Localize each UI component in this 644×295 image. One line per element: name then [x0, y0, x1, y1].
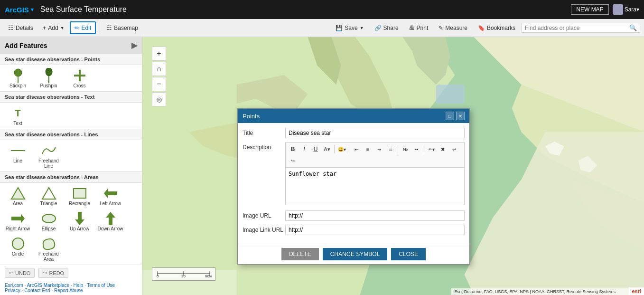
feature-rectangle[interactable]: Rectangle — [66, 186, 93, 206]
feature-triangle[interactable]: Triangle — [36, 186, 62, 206]
points-grid: Stickpin Pushpin Cross — [0, 65, 142, 91]
feature-pushpin[interactable]: Pushpin — [36, 68, 62, 88]
sidebar-resize-handle[interactable] — [140, 37, 142, 295]
description-textarea[interactable]: Sunflower star — [285, 167, 465, 205]
pushpin-label: Pushpin — [40, 83, 57, 88]
user-menu-button[interactable]: Sara▾ — [613, 4, 639, 15]
rte-clear-button[interactable]: ✖ — [438, 144, 448, 154]
rte-bold-button[interactable]: B — [288, 144, 298, 154]
redo-button[interactable]: ↪ REDO — [38, 268, 68, 278]
line-icon — [10, 143, 26, 158]
feature-line[interactable]: Line — [5, 143, 31, 169]
sidebar: Add Features ▶ Sea star disease observat… — [0, 37, 142, 295]
terms-link[interactable]: Terms of Use — [87, 283, 115, 288]
title-label: Title — [243, 128, 285, 136]
rte-ordered-list-button[interactable]: № — [400, 144, 411, 154]
add-dropdown-icon: ▼ — [60, 26, 65, 30]
feature-down-arrow[interactable]: Down Arrow — [97, 211, 123, 231]
delete-button[interactable]: DELETE — [281, 248, 319, 260]
modal-close-button[interactable]: ✕ — [456, 112, 465, 120]
stickpin-icon — [10, 68, 26, 83]
feature-left-arrow[interactable]: Left Arrow — [97, 186, 123, 206]
report-link[interactable]: Report Abuse — [54, 288, 83, 293]
toolbar: ☷ Details + Add ▼ ✏ Edit ☷ Basemap 💾 Sav… — [0, 19, 644, 37]
edit-button[interactable]: ✏ Edit — [70, 21, 96, 34]
feature-up-arrow[interactable]: Up Arrow — [66, 211, 93, 231]
feature-freehand-line[interactable]: Freehand Line — [36, 143, 62, 169]
help-link[interactable]: Help — [74, 283, 84, 288]
feature-area[interactable]: Area — [5, 186, 31, 206]
rte-emoji-button[interactable]: 😀▾ — [336, 144, 347, 154]
rte-sep4 — [424, 145, 424, 153]
feature-right-arrow[interactable]: Right Arrow — [5, 211, 31, 231]
image-link-url-control — [285, 225, 465, 235]
save-icon: 💾 — [336, 25, 343, 31]
feature-cross[interactable]: Cross — [66, 68, 93, 88]
change-symbol-button[interactable]: CHANGE SYMBOL — [323, 248, 388, 260]
rte-font-color-button[interactable]: A▾ — [322, 144, 332, 154]
feature-ellipse[interactable]: Ellipse — [36, 211, 62, 231]
feature-freehand-area[interactable]: Freehand Area — [36, 236, 62, 262]
search-input[interactable] — [525, 25, 629, 31]
title-input[interactable] — [285, 128, 465, 138]
text-grid: T Text — [0, 103, 142, 129]
rte-underline-button[interactable]: U — [310, 144, 321, 154]
image-link-url-input[interactable] — [285, 225, 465, 235]
modal-close-footer-button[interactable]: CLOSE — [391, 248, 426, 260]
modal-minimize-button[interactable]: □ — [446, 112, 454, 120]
sidebar-footer: ↩ UNDO ↪ REDO — [0, 265, 142, 281]
save-button[interactable]: 💾 Save ▼ — [331, 22, 368, 34]
rte-justify-button[interactable]: ≣ — [385, 144, 396, 154]
app-logo[interactable]: ArcGIS ▾ — [5, 6, 34, 14]
map-title: Sea Surface Temperature — [40, 5, 567, 14]
user-avatar — [613, 4, 623, 15]
rte-undo-button[interactable]: ↩ — [449, 144, 459, 154]
measure-icon: ✎ — [439, 25, 443, 31]
details-icon: ☷ — [8, 24, 14, 31]
add-button[interactable]: + Add ▼ — [38, 22, 69, 34]
title-row: Title — [243, 128, 465, 138]
description-control: B I U A▾ 😀▾ ⇤ ≡ ⇥ ≣ — [285, 142, 465, 207]
bookmarks-icon: 🔖 — [478, 25, 485, 31]
feature-stickpin[interactable]: Stickpin — [5, 68, 31, 88]
triangle-icon — [41, 186, 56, 201]
freehand-line-icon — [41, 143, 56, 158]
undo-icon: ↩ — [9, 270, 13, 276]
bookmarks-button[interactable]: 🔖 Bookmarks — [474, 22, 520, 34]
sidebar-collapse-button[interactable]: ▶ — [131, 41, 137, 50]
svg-marker-9 — [104, 189, 117, 198]
rte-link-button[interactable]: ✏▾ — [426, 144, 437, 154]
map-area[interactable]: + ⌂ − ◎ 0 30 60km Esri, DeLorme, FAO, US… — [142, 37, 644, 295]
rte-sep1 — [334, 145, 335, 153]
details-button[interactable]: ☷ Details — [4, 22, 37, 34]
sidebar-header: Add Features ▶ — [0, 37, 142, 54]
contact-link[interactable]: Contact Esri — [24, 288, 50, 293]
logo-caret: ▾ — [31, 7, 34, 13]
measure-button[interactable]: ✎ Measure — [434, 22, 472, 34]
rte-unordered-list-button[interactable]: •• — [411, 144, 422, 154]
esri-link[interactable]: Esri.com — [5, 283, 23, 288]
feature-circle[interactable]: Circle — [5, 236, 31, 262]
rte-italic-button[interactable]: I — [299, 144, 309, 154]
search-box[interactable]: 🔍 — [522, 23, 640, 33]
freehand-area-label: Freehand Area — [36, 251, 62, 262]
rte-align-right-button[interactable]: ⇥ — [374, 144, 384, 154]
undo-button[interactable]: ↩ UNDO — [5, 268, 35, 278]
new-map-button[interactable]: NEW MAP — [571, 4, 608, 15]
privacy-link[interactable]: Privacy — [5, 288, 20, 293]
line-label: Line — [13, 158, 22, 163]
rte-align-center-button[interactable]: ≡ — [363, 144, 373, 154]
description-row: Description B I U A▾ 😀▾ ⇤ — [243, 142, 465, 207]
marketplace-link[interactable]: ArcGIS Marketplace — [27, 283, 69, 288]
basemap-button[interactable]: ☷ Basemap — [102, 22, 142, 34]
rte-align-left-button[interactable]: ⇤ — [351, 144, 362, 154]
title-control — [285, 128, 465, 138]
share-button[interactable]: 🔗 Share — [370, 22, 403, 34]
image-url-input[interactable] — [285, 210, 465, 221]
rte-redo-button[interactable]: ↪ — [288, 155, 298, 166]
feature-text[interactable]: T Text — [5, 105, 31, 126]
print-button[interactable]: 🖶 Print — [405, 22, 433, 34]
pushpin-icon — [41, 68, 56, 83]
modal-body: Title Description B I — [238, 123, 469, 244]
undo-label: UNDO — [15, 270, 30, 276]
